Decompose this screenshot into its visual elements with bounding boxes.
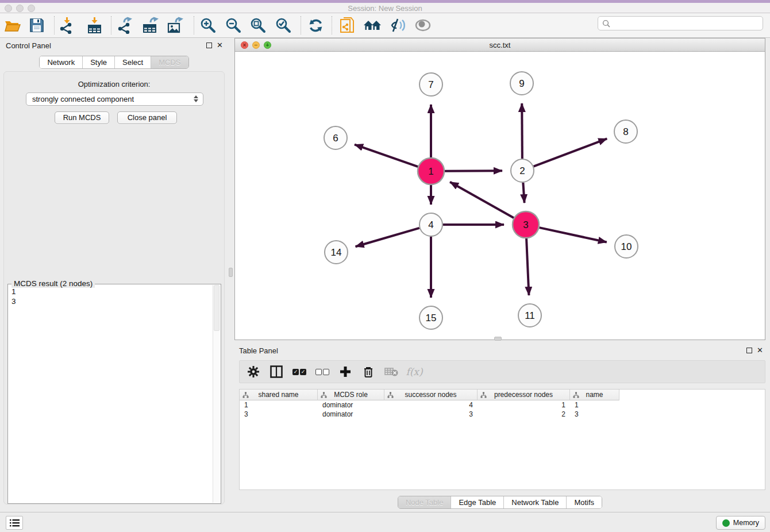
window-titlebar: Session: New Session <box>0 0 770 13</box>
dropdown-stepper-icon <box>194 95 198 102</box>
network-window-titlebar[interactable]: × − + scc.txt <box>235 38 765 52</box>
column-header-label: successor nodes <box>405 391 456 399</box>
graph-node-label: 4 <box>428 219 433 230</box>
control-panel-float-icon[interactable] <box>206 43 212 48</box>
graph-edge-1-6[interactable] <box>355 145 418 167</box>
column-header-successor-nodes[interactable]: successor nodes <box>384 390 478 400</box>
table-cell[interactable]: 3 <box>570 410 619 419</box>
vertical-splitter-handle[interactable] <box>229 268 233 277</box>
add-column-icon[interactable] <box>337 364 353 380</box>
tab-mcds[interactable]: MCDS <box>151 56 188 68</box>
network-graph[interactable]: 7968124314101511 <box>235 52 765 340</box>
table-panel-float-icon[interactable] <box>746 348 752 353</box>
control-panel-close-icon[interactable]: ✕ <box>217 41 223 49</box>
table-cell[interactable]: 1 <box>478 400 570 410</box>
tab-network[interactable]: Network <box>40 56 82 68</box>
table-tab-motifs[interactable]: Motifs <box>566 496 602 508</box>
tab-select[interactable]: Select <box>114 56 151 68</box>
zoom-fit-icon[interactable] <box>248 15 268 36</box>
zoom-in-icon[interactable] <box>198 15 218 36</box>
status-bar: Memory <box>0 512 770 532</box>
table-tab-node-table[interactable]: Node Table <box>398 496 451 508</box>
result-scrollbar[interactable] <box>213 285 220 503</box>
optimization-criterion-label: Optimization criterion: <box>4 80 224 88</box>
graph-node-label: 10 <box>621 241 632 252</box>
graph-edge-4-14[interactable] <box>356 228 419 246</box>
table-cell[interactable]: dominator <box>318 410 384 419</box>
graph-edge-2-3[interactable] <box>523 183 524 203</box>
column-header-mcds-role[interactable]: MCDS role <box>318 390 384 400</box>
graph-node-3[interactable]: 3 <box>513 211 539 238</box>
table-panel-close-icon[interactable]: ✕ <box>757 346 763 354</box>
table-row[interactable]: 1dominator411 <box>240 400 765 410</box>
table-cell[interactable]: 2 <box>478 410 570 419</box>
attribute-type-icon <box>321 392 327 400</box>
task-history-button[interactable] <box>6 516 23 530</box>
graph-edge-2-8[interactable] <box>534 138 607 166</box>
delete-column-trash-icon[interactable] <box>360 364 376 380</box>
table-tab-network-table[interactable]: Network Table <box>503 496 566 508</box>
table-cell[interactable]: 1 <box>570 400 619 410</box>
graph-edge-1-2[interactable] <box>445 171 502 171</box>
select-all-checkboxes-icon[interactable]: ✓✓ <box>291 364 307 380</box>
table-cell[interactable]: 3 <box>384 410 478 419</box>
graph-node-15[interactable]: 15 <box>419 306 442 329</box>
table-cell[interactable]: dominator <box>318 400 384 410</box>
list-icon <box>10 519 20 527</box>
preview-eye-icon[interactable] <box>413 15 433 36</box>
graph-node-14[interactable]: 14 <box>325 241 348 264</box>
search-input[interactable] <box>610 18 763 29</box>
network-window-title: scc.txt <box>235 41 765 49</box>
save-session-icon[interactable] <box>27 15 47 36</box>
criterion-dropdown[interactable]: strongly connected component <box>26 92 203 106</box>
table-cell[interactable]: 3 <box>240 410 318 419</box>
import-table-icon[interactable] <box>85 15 105 36</box>
home-icon[interactable] <box>363 15 382 36</box>
zoom-selected-icon[interactable] <box>274 15 293 36</box>
refresh-icon[interactable] <box>306 15 325 36</box>
mcds-result-text[interactable]: 1 3 <box>8 285 213 503</box>
memory-button[interactable]: Memory <box>716 516 765 530</box>
export-network-icon[interactable] <box>116 15 135 36</box>
graph-node-1[interactable]: 1 <box>418 158 444 184</box>
graph-node-10[interactable]: 10 <box>615 235 638 258</box>
table-cell[interactable]: 4 <box>384 400 478 410</box>
run-mcds-button[interactable]: Run MCDS <box>55 111 109 124</box>
graph-edge-3-11[interactable] <box>526 238 529 295</box>
delete-table-icon[interactable] <box>383 364 399 380</box>
graph-node-9[interactable]: 9 <box>510 72 533 95</box>
open-session-icon[interactable] <box>3 15 22 36</box>
graph-edge-2-9[interactable] <box>522 103 522 159</box>
close-panel-button[interactable]: Close panel <box>117 111 177 124</box>
export-table-icon[interactable] <box>141 15 160 36</box>
graph-node-4[interactable]: 4 <box>419 213 442 236</box>
table-cell[interactable]: 1 <box>240 400 318 410</box>
export-image-icon[interactable] <box>165 15 185 36</box>
horizontal-splitter-handle[interactable] <box>494 337 502 341</box>
tab-style[interactable]: Style <box>82 56 114 68</box>
column-header-name[interactable]: name <box>570 390 619 400</box>
import-network-icon[interactable] <box>57 15 77 36</box>
graph-edge-3-1[interactable] <box>450 182 514 218</box>
criterion-dropdown-value: strongly connected component <box>32 95 134 103</box>
deselect-all-checkboxes-icon[interactable] <box>314 364 330 380</box>
search-field[interactable] <box>598 16 763 30</box>
function-builder-icon[interactable]: f(x) <box>406 364 422 380</box>
graph-edge-3-10[interactable] <box>539 228 606 242</box>
graph-node-7[interactable]: 7 <box>419 73 442 96</box>
table-row[interactable]: 3dominator323 <box>240 410 765 419</box>
graph-node-6[interactable]: 6 <box>324 126 347 149</box>
graph-node-8[interactable]: 8 <box>614 120 637 143</box>
table-settings-gear-icon[interactable] <box>245 364 261 380</box>
graph-node-2[interactable]: 2 <box>511 159 534 182</box>
show-columns-icon[interactable] <box>268 364 284 380</box>
show-hide-details-icon[interactable] <box>388 15 407 36</box>
node-table: shared nameMCDS rolesuccessor nodesprede… <box>239 389 765 490</box>
zoom-out-icon[interactable] <box>224 15 243 36</box>
graph-node-11[interactable]: 11 <box>518 304 541 327</box>
column-header-predecessor-nodes[interactable]: predecessor nodes <box>478 390 570 400</box>
network-canvas[interactable]: 7968124314101511 <box>235 52 765 340</box>
table-tab-edge-table[interactable]: Edge Table <box>451 496 503 508</box>
column-header-shared-name[interactable]: shared name <box>240 390 318 400</box>
new-network-from-selection-icon[interactable] <box>338 15 357 36</box>
